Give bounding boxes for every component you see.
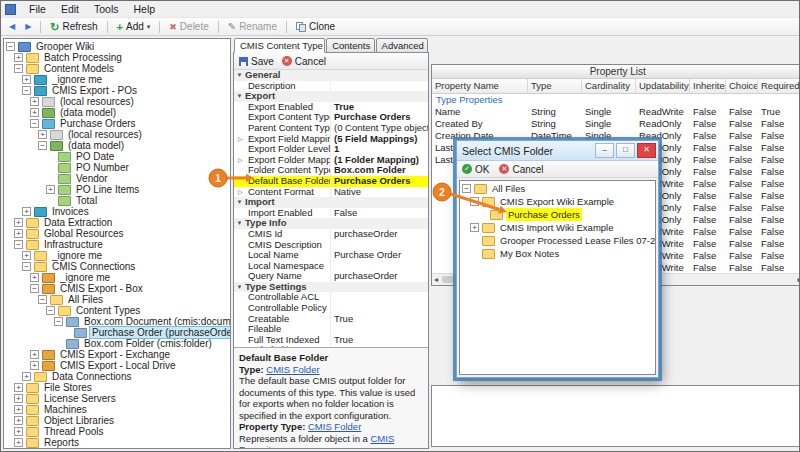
tree-node-label[interactable]: (data model) [58,107,118,118]
tree-node[interactable]: −Content Models [4,63,230,74]
property-row[interactable]: Description [234,81,428,92]
tree-node[interactable]: −All Files [4,294,230,305]
column-header-updatability[interactable]: Updatability [636,79,690,93]
tree-node-label[interactable]: CMIS Import Wiki Example [498,221,616,234]
expand-toggle[interactable]: + [14,394,23,403]
tree-node-label[interactable]: PO Number [74,162,131,173]
tree-node[interactable]: −Box.com Document (cmis:document) [4,316,230,327]
tree-node[interactable]: +File Stores [4,382,230,393]
property-value[interactable]: Purchase Orders [331,112,428,123]
collapse-toggle[interactable]: − [46,306,55,315]
tab-contents[interactable]: Contents [326,38,374,53]
expand-toggle[interactable]: + [30,273,39,282]
tree-node[interactable]: −CMIS Export - POs [4,85,230,96]
property-row[interactable]: Import EnabledFalse [234,208,428,219]
tree-node-label[interactable]: Purchase Order (purchaseOrder) [90,327,231,338]
expand-toggle[interactable]: + [22,207,31,216]
property-value[interactable]: False [331,208,428,219]
expand-toggle[interactable]: + [14,229,23,238]
property-label[interactable]: Parent Content Types [234,123,331,134]
property-value[interactable] [331,324,428,335]
tree-node[interactable]: +Invoices [4,206,230,217]
refresh-button[interactable]: ↻Refresh [46,20,101,33]
menu-tools[interactable]: Tools [87,2,126,16]
tree-node-label[interactable]: My Box Notes [498,247,561,260]
expand-toggle[interactable]: + [30,361,39,370]
collapse-toggle[interactable]: − [14,64,23,73]
property-label[interactable]: Controllable ACL [234,292,331,303]
tree-node-label[interactable]: Batch Processing [42,52,124,63]
property-row[interactable]: CMIS Description [234,240,428,251]
tree-node[interactable]: +CMIS Export - Exchange [4,349,230,360]
tree-node-label[interactable]: Data Extraction [42,217,114,228]
tree-node[interactable]: +Object Libraries [4,415,230,426]
tree-node[interactable]: −CMIS Export - Box [4,283,230,294]
tree-node[interactable]: +Data Connections [4,371,230,382]
property-value[interactable]: True [331,102,428,113]
tree-node[interactable]: +License Servers [4,393,230,404]
property-label[interactable]: Export Content Type [234,112,331,123]
cmis-folder-link[interactable]: CMIS Folder [266,364,319,375]
tree-node[interactable]: +Thread Pools [4,426,230,437]
tree-node[interactable]: −Purchase Orders [4,118,230,129]
property-value[interactable] [331,303,428,314]
tree-node-label[interactable]: Invoices [50,206,91,217]
category-row[interactable]: ▼Export [234,91,428,102]
property-row[interactable]: Query NamepurchaseOrder [234,271,428,282]
property-label[interactable]: Query Name [234,271,331,282]
tree-node-label[interactable]: _ignore me [58,272,112,283]
expand-toggle[interactable]: + [38,130,47,139]
tree-node[interactable]: +Global Resources [4,228,230,239]
tree-node-label[interactable]: Box.com Folder (cmis:folder) [82,338,214,349]
property-label[interactable]: Description [234,81,331,92]
tree-node[interactable]: PO Number [4,162,230,173]
property-row[interactable]: ▷Export Folder Mappings(1 Folder Mapping… [234,155,428,166]
category-row[interactable]: ▼General [234,70,428,81]
property-label[interactable]: Local Name [234,250,331,261]
expand-toggle[interactable]: + [14,405,23,414]
collapse-toggle[interactable]: − [38,141,47,150]
expand-toggle[interactable]: + [14,438,23,447]
collapse-toggle[interactable]: − [30,284,39,293]
tree-node-label[interactable]: _ignore me [50,74,104,85]
expand-toggle[interactable]: + [22,75,31,84]
tree-node[interactable]: −Infrastructure [4,239,230,250]
tree-node-label[interactable]: CMIS Export - POs [50,85,139,96]
menu-edit[interactable]: Edit [54,2,86,16]
tree-node[interactable]: −(data model) [4,140,230,151]
tree-node-label[interactable]: CMIS Export - Exchange [58,349,172,360]
expand-toggle[interactable]: + [14,53,23,62]
property-label[interactable]: CMIS Description [234,240,331,251]
property-value[interactable]: 1 [331,144,428,155]
property-label[interactable]: ▷Export Folder Mappings [234,155,331,166]
property-value[interactable] [331,261,428,272]
tree-node-label[interactable]: _ignore me [50,250,104,261]
delete-button[interactable]: ✖Delete [165,20,212,33]
column-header-cardinality[interactable]: Cardinality [582,79,636,93]
forward-button[interactable]: ▶ [21,21,35,32]
tree-node-label[interactable]: Data Connections [50,371,134,382]
property-row[interactable]: ▷Content FormatNative [234,187,428,198]
collapse-toggle[interactable]: − [14,240,23,249]
property-value[interactable]: Purchase Orders [331,176,428,187]
tree-node-label[interactable]: Reports [42,437,81,448]
expand-toggle[interactable]: + [30,97,39,106]
property-value[interactable] [331,292,428,303]
tree-node[interactable]: −Grooper Wiki [4,41,230,52]
property-label[interactable]: Full Text Indexed [234,335,331,346]
dialog-cancel-button[interactable]: ✕Cancel [499,164,543,175]
save-button[interactable]: Save [239,56,274,67]
tree-node-label[interactable]: File Stores [42,382,94,393]
tree-node-label[interactable]: (data model) [66,140,126,151]
property-row[interactable]: CreatableTrue [234,314,428,325]
column-header-required[interactable]: Required [758,79,800,93]
tree-node[interactable]: +CMIS Export - Local Drive [4,360,230,371]
menu-help[interactable]: Help [127,2,163,16]
expand-toggle[interactable]: + [30,350,39,359]
property-row[interactable]: Export EnabledTrue [234,102,428,113]
tree-node-label[interactable]: Object Libraries [42,415,116,426]
tree-node[interactable]: My Box Notes [460,247,655,260]
property-row[interactable]: Parent Content Types(0 Content Type obje… [234,123,428,134]
property-row[interactable]: Export Content TypePurchase Orders [234,112,428,123]
tree-node-label[interactable]: CMIS Export Wiki Example [498,195,616,208]
